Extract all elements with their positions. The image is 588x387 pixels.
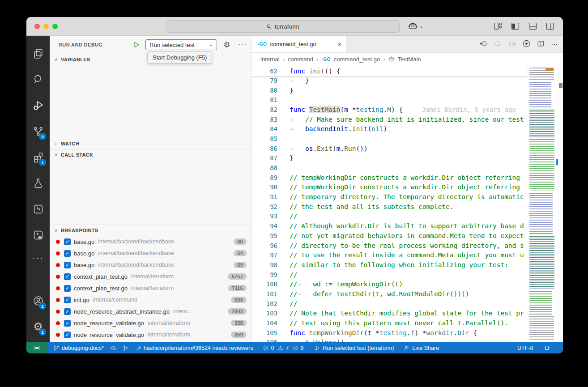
breakpoint-row[interactable]: ✓base.gointernal/backend/backendbase69 xyxy=(50,259,251,271)
line-number[interactable]: 83 xyxy=(251,116,277,123)
line-number[interactable]: 100 xyxy=(251,281,277,288)
debug-settings-gear-icon[interactable]: ⚙ xyxy=(223,40,230,50)
line-number[interactable]: 87 xyxy=(251,154,277,162)
line-number[interactable]: 101 xyxy=(251,290,277,298)
line-number[interactable]: 105 xyxy=(251,329,277,336)
section-watch[interactable]: › WATCH xyxy=(50,138,251,149)
line-number[interactable]: 104 xyxy=(251,319,277,327)
line-number[interactable]: 99 xyxy=(251,271,277,278)
start-debugging-button[interactable] xyxy=(131,39,142,50)
breakpoint-row[interactable]: ✓context_plan_test.gointernal/terraform6… xyxy=(50,271,251,282)
code-line[interactable]: 105func tempWorkingDir(t *testing.T) *wo… xyxy=(251,328,527,338)
run-configuration-select[interactable]: Run selected test ⌄ xyxy=(145,39,217,50)
code-line[interactable]: 99// xyxy=(251,270,527,280)
sidebar-item-testing[interactable] xyxy=(26,170,50,196)
code-line[interactable]: 102// xyxy=(251,299,527,309)
code-line[interactable]: 89// tempWorkingDir constructs a workdir… xyxy=(251,173,527,183)
sidebar-item-search[interactable] xyxy=(26,66,50,92)
encoding-item[interactable]: UTF-8 xyxy=(517,345,533,351)
minimize-window-button[interactable] xyxy=(43,24,49,29)
breakpoint-row[interactable]: ✓init.gointernal/command333 xyxy=(50,294,251,306)
breakpoint-checkbox[interactable]: ✓ xyxy=(64,238,71,245)
line-number[interactable]: 98 xyxy=(251,261,277,268)
breakpoint-checkbox[interactable]: ✓ xyxy=(64,320,71,327)
breakpoint-checkbox[interactable]: ✓ xyxy=(64,308,71,315)
toggle-secondary-sidebar-icon[interactable] xyxy=(545,21,555,31)
code-line[interactable]: 87} xyxy=(251,153,527,163)
eol-item[interactable]: LF xyxy=(545,345,551,351)
code-line[interactable]: 90// tempWorkingDir constructs a workdir… xyxy=(251,183,527,192)
breakpoint-checkbox[interactable]: ✓ xyxy=(64,250,71,257)
code-line[interactable]: 97// to use the result inside a command.… xyxy=(251,250,527,260)
line-number[interactable]: 97 xyxy=(251,251,277,259)
problems-item[interactable]: 0 7 9 xyxy=(263,345,303,351)
breakpoint-row[interactable]: ✓base.gointernal/backend/backendbase64 xyxy=(50,247,251,259)
code-line[interactable]: 81 xyxy=(251,95,527,105)
breakpoint-checkbox[interactable]: ✓ xyxy=(64,262,71,268)
code-line[interactable]: 86→os.Exit(m.Run()) xyxy=(251,144,527,153)
line-number[interactable]: 95 xyxy=(251,232,277,239)
line-number[interactable]: 81 xyxy=(251,96,277,103)
breakpoint-checkbox[interactable]: ✓ xyxy=(64,285,71,292)
minimap[interactable] xyxy=(527,66,558,342)
more-actions-icon[interactable]: ⋯ xyxy=(551,40,558,48)
editor-scrollbar[interactable] xyxy=(558,66,563,342)
line-number[interactable]: 79 xyxy=(251,77,277,84)
sidebar-item-run-and-debug[interactable] xyxy=(26,92,50,118)
additional-views-button[interactable]: ··· xyxy=(26,248,50,268)
tab-command-test-go[interactable]: GO command_test.go × xyxy=(251,36,346,52)
line-number[interactable]: 89 xyxy=(251,174,277,181)
line-number[interactable]: 80 xyxy=(251,87,277,94)
accounts-button[interactable]: 1 xyxy=(26,288,50,314)
line-number[interactable]: 85 xyxy=(251,135,277,142)
line-number[interactable]: 91 xyxy=(251,193,277,200)
line-number[interactable]: 92 xyxy=(251,203,277,210)
settings-button[interactable]: ⚙ 1 xyxy=(26,314,50,340)
line-number[interactable]: 93 xyxy=(251,213,277,220)
breadcrumb-file[interactable]: command_test.go xyxy=(334,56,380,63)
copilot-menu[interactable]: ⌄ xyxy=(408,21,423,31)
breadcrumb-symbol[interactable]: TestMain xyxy=(398,56,421,63)
remote-indicator[interactable]: >< xyxy=(26,342,47,353)
line-number[interactable]: 96 xyxy=(251,242,277,249)
line-number[interactable]: 102 xyxy=(251,300,277,307)
breakpoint-checkbox[interactable]: ✓ xyxy=(64,332,71,338)
code-line[interactable]: 91// temporary directory. The temporary … xyxy=(251,192,527,202)
section-call-stack[interactable]: ˅ CALL STACK xyxy=(50,149,251,160)
sidebar-item-source-control[interactable]: 3 xyxy=(26,118,50,144)
code-line[interactable]: 93// xyxy=(251,212,527,221)
breakpoint-checkbox[interactable]: ✓ xyxy=(64,297,71,303)
live-share-item[interactable]: Live Share xyxy=(404,345,439,351)
source-control-graph-button[interactable] xyxy=(123,345,129,351)
close-icon[interactable]: × xyxy=(337,40,341,48)
code-line[interactable]: 95// not-yet-migrated behaviors in comma… xyxy=(251,231,527,241)
sidebar-item-terraform-cloud[interactable] xyxy=(26,222,50,248)
code-line[interactable]: 82func TestMain(m *testing.M) {James Bar… xyxy=(251,105,527,115)
breakpoint-row[interactable]: ✓node_resource_abstract_instance.gointer… xyxy=(50,306,251,317)
code-editor[interactable]: 62func init() { 79→}80}8182func TestMain… xyxy=(251,66,563,342)
code-line[interactable]: 106→t.Helper() xyxy=(251,338,527,342)
sidebar-item-extensions[interactable]: 1 xyxy=(26,144,50,170)
code-line[interactable]: 104// test using this pattern must never… xyxy=(251,318,527,328)
code-line[interactable]: 88 xyxy=(251,163,527,173)
line-number[interactable]: 62 xyxy=(251,68,277,75)
breakpoint-row[interactable]: ✓node_resource_validate.gointernal/terra… xyxy=(50,329,251,340)
code-line[interactable]: 79→} xyxy=(251,76,527,85)
branch-item[interactable]: debugging-docs* xyxy=(53,345,104,351)
zoom-window-button[interactable] xyxy=(52,24,58,29)
publish-changes-button[interactable] xyxy=(110,345,116,351)
breakpoint-row[interactable]: ✓node_resource_validate.gointernal/terra… xyxy=(50,317,251,329)
line-number[interactable]: 90 xyxy=(251,183,277,191)
views-more-actions-icon[interactable]: ··· xyxy=(239,41,247,49)
scrollbar-thumb[interactable] xyxy=(559,83,562,88)
code-line[interactable]: 101//→defer testChdir(t, wd.RootModuleDi… xyxy=(251,289,527,299)
run-or-debug-icon[interactable] xyxy=(522,39,531,50)
code-line[interactable]: 96// directory to be the real process wo… xyxy=(251,241,527,251)
command-center-search[interactable]: terraform xyxy=(166,20,400,33)
run-task-item[interactable]: Run selected test (terraform) xyxy=(314,345,394,351)
code-line[interactable]: 98// similar to the following when initi… xyxy=(251,260,527,270)
code-line[interactable]: 100//→wd := tempWorkingDir(t) xyxy=(251,279,527,289)
code-line[interactable]: 83→// Make sure backend init is initiali… xyxy=(251,115,527,124)
section-breakpoints[interactable]: ˅ BREAKPOINTS xyxy=(50,225,251,236)
step-back-icon[interactable] xyxy=(479,39,488,50)
